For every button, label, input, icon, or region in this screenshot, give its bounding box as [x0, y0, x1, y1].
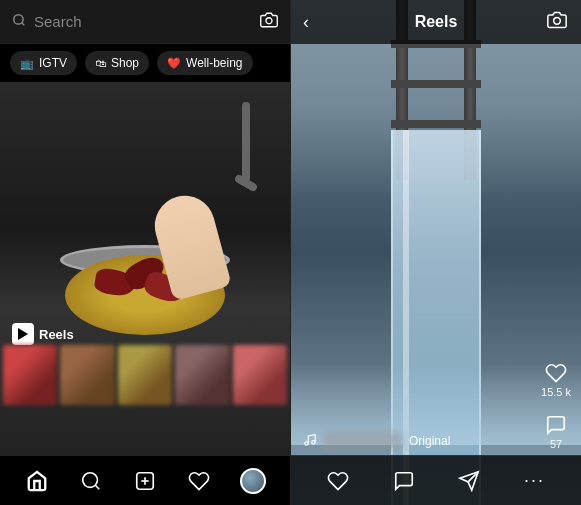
thumbnail-4[interactable]: [175, 345, 229, 405]
reels-comment-button[interactable]: [393, 470, 415, 492]
nav-home[interactable]: [17, 461, 57, 501]
search-placeholder[interactable]: Search: [34, 13, 252, 30]
right-panel: ‹ Reels 15.5 k: [290, 0, 581, 505]
thumbnail-3[interactable]: [118, 345, 172, 405]
svg-point-8: [554, 17, 561, 24]
thumbnail-5[interactable]: [233, 345, 287, 405]
wellbeing-icon: ❤️: [167, 57, 181, 70]
like-action[interactable]: 15.5 k: [541, 362, 571, 398]
waterfall-scene: [291, 0, 581, 505]
nav-heart[interactable]: [179, 461, 219, 501]
nav-profile[interactable]: [233, 461, 273, 501]
music-icon: [303, 433, 317, 450]
reels-bottom-bar: ···: [291, 455, 581, 505]
reels-badge-label: Reels: [39, 327, 74, 342]
left-panel: Search 📺 IGTV 🛍 Shop ❤️ Well-being: [0, 0, 290, 505]
filter-chip-shop[interactable]: 🛍 Shop: [85, 51, 149, 75]
igtv-icon: 📺: [20, 57, 34, 70]
svg-point-0: [14, 15, 23, 24]
audio-info: Original: [303, 432, 450, 450]
filter-chip-igtv[interactable]: 📺 IGTV: [10, 51, 77, 75]
camera-button-right[interactable]: [547, 10, 567, 35]
audio-info-bar: Original: [291, 432, 581, 450]
shop-label: Shop: [111, 56, 139, 70]
nav-add[interactable]: [125, 461, 165, 501]
filter-bar: 📺 IGTV 🛍 Shop ❤️ Well-being: [0, 44, 290, 82]
original-label: Original: [409, 434, 450, 448]
filter-chip-wellbeing[interactable]: ❤️ Well-being: [157, 51, 252, 75]
search-icon: [12, 13, 26, 30]
main-content-left: Reels: [0, 82, 290, 455]
back-button[interactable]: ‹: [303, 12, 309, 33]
reels-more-button[interactable]: ···: [524, 470, 545, 491]
reels-send-button[interactable]: [458, 470, 480, 492]
igtv-label: IGTV: [39, 56, 67, 70]
reels-header: ‹ Reels: [291, 0, 581, 44]
crossbeam-3: [391, 120, 481, 128]
svg-line-4: [95, 485, 99, 489]
audio-username-blurred: [323, 432, 403, 450]
camera-icon[interactable]: [260, 11, 278, 33]
reels-title: Reels: [415, 13, 458, 31]
shop-icon: 🛍: [95, 57, 106, 69]
nav-search[interactable]: [71, 461, 111, 501]
wellbeing-label: Well-being: [186, 56, 242, 70]
reels-video-content[interactable]: 15.5 k 57 Original: [291, 0, 581, 505]
search-bar[interactable]: Search: [0, 0, 290, 44]
reels-like-button[interactable]: [327, 470, 349, 492]
crossbeam-2: [391, 80, 481, 88]
reels-badge: Reels: [12, 323, 74, 345]
faucet-element: [242, 102, 250, 182]
svg-point-10: [312, 440, 316, 444]
thumbnail-strip: [0, 345, 290, 405]
svg-point-2: [266, 17, 272, 23]
like-count: 15.5 k: [541, 386, 571, 398]
bottom-nav: [0, 455, 290, 505]
profile-avatar: [240, 468, 266, 494]
thumbnail-2[interactable]: [60, 345, 114, 405]
play-triangle: [18, 328, 28, 340]
thumbnail-1[interactable]: [3, 345, 57, 405]
svg-point-9: [305, 441, 309, 445]
svg-point-3: [83, 472, 98, 487]
reels-badge-icon: [12, 323, 34, 345]
svg-line-1: [22, 23, 25, 26]
